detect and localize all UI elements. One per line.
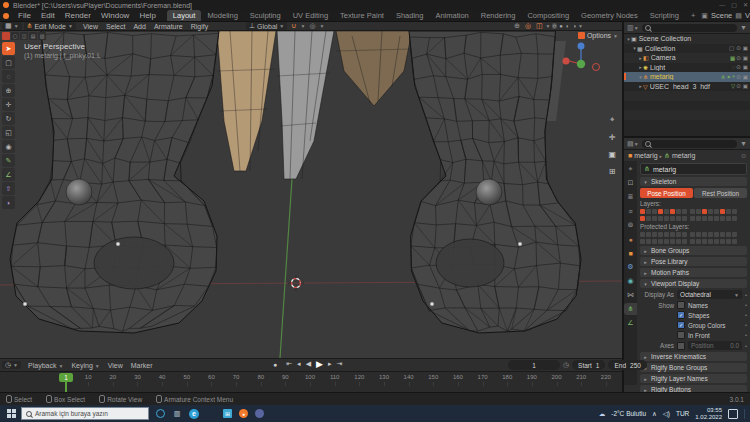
outliner-row-usec_head_3_hdf[interactable]: ▸▽USEC_head_3_hdf▽⊙▣ — [624, 82, 750, 92]
viewport-menu-select[interactable]: Select — [102, 23, 129, 30]
proportional-dropdown[interactable]: ▼ — [319, 23, 324, 29]
workspace-tab-sculpting[interactable]: Sculpting — [244, 10, 287, 21]
animate-dot-icon[interactable]: • — [745, 302, 747, 308]
display-as-dropdown[interactable]: Octahedral▼ — [677, 290, 742, 299]
timeline-menu-playback[interactable]: Playback ▼ — [24, 362, 67, 369]
discord-icon[interactable] — [255, 409, 264, 418]
prev-keyframe-button[interactable]: ◂ — [296, 360, 302, 368]
workspace-tab-animation[interactable]: Animation — [429, 10, 474, 21]
layer-cell[interactable] — [732, 216, 737, 221]
keying-set-icon[interactable]: ◷ — [563, 361, 569, 369]
properties-search-input[interactable] — [642, 140, 737, 148]
scene-selector[interactable]: Scene — [711, 11, 732, 20]
camera-icon[interactable]: ▣ — [743, 45, 748, 51]
layer-cell[interactable] — [658, 209, 663, 214]
bone-envelope-tool[interactable]: ◗ — [2, 196, 15, 209]
layer-cell[interactable] — [646, 209, 651, 214]
show-desktop-button[interactable] — [744, 409, 745, 419]
layer-cell[interactable] — [652, 216, 657, 221]
pan-icon[interactable]: ✛ — [608, 133, 616, 142]
layer-cell[interactable] — [640, 216, 645, 221]
layer-cell[interactable] — [702, 216, 707, 221]
panel-rigify-bone-groups[interactable]: ▸Rigify Bone Groups — [640, 363, 747, 372]
layer-cell[interactable] — [708, 209, 713, 214]
tool-fallback-icon[interactable]: ▢ — [11, 32, 19, 40]
select-box-tool[interactable]: ▢ — [2, 56, 15, 69]
layer-cell[interactable] — [690, 209, 695, 214]
layer-cell[interactable] — [732, 209, 737, 214]
protected-layer-cell[interactable] — [726, 239, 731, 244]
camera-icon[interactable]: ▣ — [743, 55, 748, 61]
workspace-tab-geometry-nodes[interactable]: Geometry Nodes — [575, 10, 644, 21]
tab-armature-data[interactable]: ⋔ — [624, 303, 637, 315]
minimize-button[interactable]: — — [719, 0, 725, 10]
protected-layer-cell[interactable] — [658, 239, 663, 244]
protected-layer-cell[interactable] — [696, 232, 701, 237]
shading-solid-icon[interactable]: ● — [558, 23, 564, 29]
eye-icon[interactable]: ⊙ — [736, 45, 741, 51]
layer-cell[interactable] — [690, 216, 695, 221]
outliner-row-metarig[interactable]: ▾⋔metarig⋔✦⌖⊙▣ — [624, 72, 750, 82]
taskbar-search-input[interactable]: Aramak için buraya yazın — [21, 407, 149, 420]
camera-icon[interactable]: ▣ — [743, 83, 748, 89]
taskbar-clock[interactable]: 03:55 1.02.2022 — [695, 407, 722, 421]
cortana-icon[interactable] — [156, 409, 165, 418]
measure-tool[interactable]: ∠ — [2, 168, 15, 181]
play-button[interactable]: ▶ — [315, 359, 324, 369]
protected-layer-cell[interactable] — [732, 232, 737, 237]
layer-cell[interactable] — [696, 209, 701, 214]
protected-layer-cell[interactable] — [714, 232, 719, 237]
panel-motion-paths[interactable]: ▸Motion Paths — [640, 268, 747, 277]
timeline-menu-view[interactable]: View — [104, 362, 127, 369]
mode-selector[interactable]: ⋔ Edit Mode▼ — [24, 22, 76, 30]
panel-inverse-kinematics[interactable]: ▸Inverse Kinematics — [640, 352, 747, 361]
jump-to-end-button[interactable]: ⇥ — [335, 360, 343, 368]
protected-layer-cell[interactable] — [676, 239, 681, 244]
layer-cell[interactable] — [640, 209, 645, 214]
brush-icon[interactable]: ◫ — [20, 32, 28, 40]
workspace-tab-texture-paint[interactable]: Texture Paint — [334, 10, 390, 21]
protected-layer-cell[interactable] — [720, 239, 725, 244]
viewport-menu-rigify[interactable]: Rigify — [187, 23, 213, 30]
annotate-tool[interactable]: ✎ — [2, 154, 15, 167]
toggle-perspective-icon[interactable]: ⊞ — [608, 167, 616, 176]
timeline-ruler[interactable]: 1020304050607080901001101201301401501601… — [0, 371, 622, 392]
auto-keying-button[interactable]: ● — [272, 361, 278, 368]
layer-cell[interactable] — [682, 216, 687, 221]
protected-layer-cell[interactable] — [652, 239, 657, 244]
properties-editor-icon[interactable]: ▤▼ — [627, 140, 639, 148]
scale-tool[interactable]: ◱ — [2, 126, 15, 139]
armature-name-field[interactable]: ⋔ metarig — [640, 163, 747, 175]
jump-to-start-button[interactable]: ⇤ — [285, 360, 293, 368]
shading-wireframe-icon[interactable]: ○ — [552, 23, 558, 29]
tab-bone[interactable]: ∠ — [624, 317, 637, 329]
playhead[interactable] — [65, 382, 67, 392]
protected-layer-cell[interactable] — [690, 239, 695, 244]
animate-dot-icon[interactable]: • — [745, 312, 747, 318]
blender-menu-icon[interactable] — [3, 13, 9, 19]
protected-layer-cell[interactable] — [646, 232, 651, 237]
rotate-tool[interactable]: ↻ — [2, 112, 15, 125]
workspace-tab-uv-editing[interactable]: UV Editing — [287, 10, 334, 21]
tab-constraints[interactable]: ⋈ — [624, 289, 637, 301]
toggle-xray-icon[interactable]: ◫ — [534, 22, 545, 30]
viewport-menu-view[interactable]: View — [79, 23, 102, 30]
show-gizmo-icon[interactable]: ⊕ — [512, 22, 522, 30]
view-layer-selector[interactable]: ViewLayer — [745, 11, 750, 20]
layer-cell[interactable] — [714, 209, 719, 214]
menu-help[interactable]: Help — [134, 10, 160, 22]
timeline-editor-button[interactable]: ◷▼ — [2, 361, 21, 369]
shading-rendered-icon[interactable]: ◑ — [571, 23, 577, 29]
workspace-tab-compositing[interactable]: Compositing — [521, 10, 575, 21]
protected-layer-cell[interactable] — [664, 239, 669, 244]
protected-layer-cell[interactable] — [670, 239, 675, 244]
protected-layer-cell[interactable] — [670, 232, 675, 237]
snap-magnet-icon[interactable]: ∪ — [289, 22, 298, 30]
shading-material-icon[interactable]: ◐ — [565, 23, 571, 29]
end-frame-field[interactable]: End250 — [608, 360, 646, 370]
select-circle-tool[interactable]: ◌ — [2, 70, 15, 83]
outliner-row-collection[interactable]: ▾▦Collection▢⊙▣ — [624, 44, 750, 54]
language-indicator[interactable]: TUR — [676, 410, 689, 417]
layer-cell[interactable] — [702, 209, 707, 214]
start-frame-field[interactable]: Start1 — [572, 360, 605, 370]
